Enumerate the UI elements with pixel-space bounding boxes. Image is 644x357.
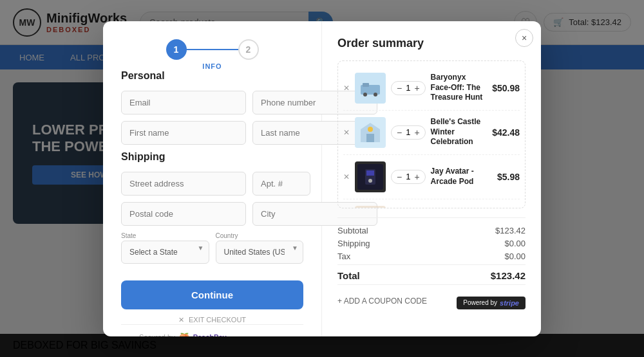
shipping-section-title: Shipping [121, 151, 303, 163]
remove-item-1[interactable]: ✕ [343, 84, 350, 93]
item-info-3: Jay Avatar - Arcade Pod [431, 167, 492, 187]
tax-label: Tax [337, 252, 350, 261]
order-totals: Subtotal $123.42 Shipping $0.00 Tax $0.0… [337, 217, 526, 284]
order-item: ✕ − 1 + Belle's Castle Winter Celebratio… [343, 111, 520, 155]
checkout-modal: × 1 2 INFO Personal [103, 21, 541, 336]
item-price-3: $5.98 [497, 172, 520, 182]
item-qty-2: − 1 + [391, 125, 426, 140]
secured-footer: Secured by 🍑 PeachPay [121, 324, 303, 336]
exit-checkout-link[interactable]: ✕ EXIT CHECKOUT [121, 316, 303, 324]
subtotal-row: Subtotal $123.42 [337, 226, 526, 235]
qty-decrease-3[interactable]: − [397, 172, 402, 182]
svg-rect-2 [363, 83, 369, 87]
firstname-input[interactable] [121, 121, 246, 145]
svg-rect-7 [366, 134, 374, 142]
stripe-logo: stripe [500, 299, 519, 307]
stripe-badge: Powered by stripe [457, 297, 526, 309]
order-item: ✕ − 1 + Mario's [343, 199, 520, 208]
steps-row: 1 2 [166, 39, 259, 60]
item-name-3: Jay Avatar - Arcade Pod [431, 167, 492, 187]
remove-item-2[interactable]: ✕ [343, 128, 350, 137]
postal-input[interactable] [121, 202, 246, 226]
item-image-2 [355, 117, 386, 148]
order-summary-panel: Order summary ✕ − 1 + Baryonyx Face-Off:… [322, 21, 541, 336]
grand-total-label: Total [337, 270, 360, 281]
country-label: Country [216, 232, 304, 239]
state-label: State [121, 232, 209, 239]
svg-point-4 [374, 93, 377, 96]
item-qty-3: − 1 + [391, 170, 426, 184]
close-button[interactable]: × [515, 29, 533, 47]
item-image-3 [355, 161, 386, 192]
apt-input[interactable] [252, 172, 310, 196]
personal-section-title: Personal [121, 70, 303, 82]
powered-by-text: Powered by [463, 299, 497, 306]
remove-item-3[interactable]: ✕ [343, 172, 350, 181]
item-name-2: Belle's Castle Winter Celebration [431, 117, 488, 147]
grand-total-value: $123.42 [491, 270, 526, 281]
item-name-1: Baryonyx Face-Off: The Treasure Hunt [431, 73, 488, 103]
checkout-form-panel: 1 2 INFO Personal Shipping [103, 21, 322, 336]
item-info-2: Belle's Castle Winter Celebration [431, 117, 488, 147]
tax-value: $0.00 [504, 252, 526, 261]
peachpay-label: PeachPay [193, 333, 227, 336]
email-input[interactable] [121, 91, 246, 114]
country-select[interactable]: United States (US) [216, 241, 304, 264]
state-select-wrap: State Select a State ▼ [121, 232, 209, 264]
qty-value-1: 1 [406, 83, 410, 93]
postal-city-row [121, 202, 303, 226]
name-row [121, 121, 303, 145]
email-phone-row [121, 91, 303, 114]
svg-point-3 [363, 93, 367, 96]
step-1: 1 [166, 39, 187, 60]
item-image-1 [355, 73, 386, 104]
svg-point-8 [368, 127, 373, 132]
item-image-4 [355, 206, 386, 208]
secured-text: Secured by [139, 333, 175, 336]
step-2: 2 [238, 39, 259, 60]
qty-increase-3[interactable]: + [414, 172, 419, 182]
steps-indicator: 1 2 INFO [121, 39, 303, 70]
continue-button[interactable]: Continue [121, 280, 303, 309]
qty-decrease-2[interactable]: − [397, 127, 402, 138]
state-country-row: State Select a State ▼ Country United St… [121, 232, 303, 264]
shipping-row: Shipping $0.00 [337, 239, 526, 248]
qty-increase-2[interactable]: + [414, 127, 419, 138]
item-qty-1: − 1 + [391, 81, 426, 95]
order-items-list: ✕ − 1 + Baryonyx Face-Off: The Treasure … [337, 60, 526, 208]
order-footer: + ADD A COUPON CODE Powered by stripe [337, 284, 526, 320]
modal-overlay: × 1 2 INFO Personal [0, 0, 644, 357]
order-summary-title: Order summary [337, 37, 526, 50]
tax-row: Tax $0.00 [337, 252, 526, 261]
grand-total-row: Total $123.42 [337, 264, 526, 281]
order-item: ✕ − 1 + Jay Avatar - Arcade Pod $5.98 [343, 155, 520, 199]
item-info-1: Baryonyx Face-Off: The Treasure Hunt [431, 73, 488, 103]
state-select[interactable]: Select a State [121, 241, 209, 264]
coupon-link[interactable]: + ADD A COUPON CODE [337, 290, 427, 312]
item-price-1: $50.98 [492, 83, 520, 93]
street-input[interactable] [121, 172, 246, 196]
shipping-label: Shipping [337, 239, 370, 248]
step-label: INFO [202, 62, 222, 70]
qty-value-3: 1 [406, 172, 410, 181]
shipping-value: $0.00 [504, 239, 526, 248]
subtotal-label: Subtotal [337, 226, 368, 235]
qty-increase-1[interactable]: + [414, 83, 419, 93]
step-line [187, 49, 238, 50]
exit-x-icon: ✕ [178, 316, 184, 324]
order-item: ✕ − 1 + Baryonyx Face-Off: The Treasure … [343, 66, 520, 111]
country-select-wrap: Country United States (US) ▼ [216, 232, 304, 264]
svg-point-12 [368, 179, 372, 183]
subtotal-value: $123.42 [495, 226, 526, 235]
qty-value-2: 1 [406, 127, 410, 137]
exit-label: EXIT CHECKOUT [189, 316, 246, 324]
street-row [121, 172, 303, 196]
qty-decrease-1[interactable]: − [397, 83, 402, 93]
item-price-2: $42.48 [492, 127, 520, 138]
peachpay-icon: 🍑 [179, 333, 189, 336]
svg-rect-11 [366, 170, 374, 176]
